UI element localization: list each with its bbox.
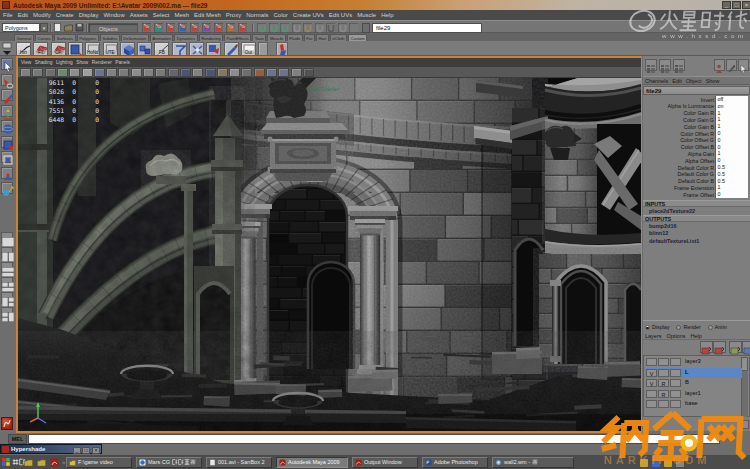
menu-set-selector[interactable]: Polygons: [2, 23, 40, 32]
vp-menu-lighting[interactable]: Lighting: [56, 60, 73, 65]
layer-row-base[interactable]: base: [645, 399, 742, 409]
vp-toolbar-icon[interactable]: [131, 68, 142, 77]
vp-menu-view[interactable]: View: [21, 60, 31, 65]
layer-action-icon[interactable]: [742, 341, 750, 353]
layer-row-L[interactable]: VL: [645, 368, 742, 378]
menu-set-arrow[interactable]: ▾: [40, 23, 48, 32]
layer-color-cell[interactable]: [670, 369, 681, 377]
menu-proxy[interactable]: Proxy: [226, 12, 241, 18]
layer-visibility-cell[interactable]: V: [646, 369, 657, 377]
vp-toolbar-icon[interactable]: [82, 68, 93, 77]
shelf-tab-muscle[interactable]: Muscle: [267, 34, 285, 41]
snap-icon[interactable]: [326, 23, 335, 33]
selection-mask-icon[interactable]: [142, 23, 151, 33]
mel-input[interactable]: [28, 434, 720, 444]
task-button[interactable]: Mars CG: [136, 457, 202, 468]
layer-action-icon[interactable]: [700, 341, 713, 353]
shelf-button-item9[interactable]: [172, 42, 187, 56]
attribute-value[interactable]: 1: [715, 184, 748, 191]
selection-mask-icon[interactable]: [166, 23, 175, 33]
tray-icon[interactable]: [652, 459, 660, 467]
node-name[interactable]: file29: [643, 86, 750, 95]
shelf-button-item11[interactable]: [206, 42, 221, 56]
snap-icon[interactable]: [269, 23, 278, 33]
shelf-button-FB[interactable]: FB: [154, 42, 169, 56]
vp-toolbar-icon[interactable]: [143, 68, 154, 77]
quicklaunch-folder-icon[interactable]: [37, 458, 46, 467]
snap-icon[interactable]: [280, 23, 289, 33]
panel-resize-handle[interactable]: [741, 420, 749, 429]
menu-muscle[interactable]: Muscle: [357, 12, 376, 18]
pencil-icon[interactable]: [726, 59, 737, 71]
menu-select[interactable]: Select: [153, 12, 170, 18]
layer-scroll-thumb[interactable]: [741, 357, 748, 371]
layer-menu-options[interactable]: Options: [667, 333, 686, 339]
vp-toolbar-icon[interactable]: [94, 68, 105, 77]
shelf-tab-curves[interactable]: Curves: [35, 34, 53, 41]
hypershade-minimize[interactable]: _: [73, 447, 81, 454]
vp-menu-renderer[interactable]: Renderer: [92, 60, 112, 65]
vp-toolbar-icon[interactable]: [278, 68, 289, 77]
vp-toolbar-icon[interactable]: [45, 68, 56, 77]
selection-mask-icon[interactable]: [238, 23, 247, 33]
layer-row-layer3[interactable]: layer3: [645, 357, 742, 367]
menu-create-uvs[interactable]: Create UVs: [293, 12, 324, 18]
layout-button[interactable]: [1, 292, 13, 304]
output-node[interactable]: defaultTextureList1: [643, 238, 750, 245]
shelf-tab-dynamics[interactable]: Dynamics: [174, 34, 197, 41]
layout-button[interactable]: [1, 277, 13, 289]
radio-render[interactable]: Render: [676, 323, 700, 331]
menu-mesh[interactable]: Mesh: [174, 12, 189, 18]
cb-menu-edit[interactable]: Edit: [672, 78, 681, 84]
attribute-value[interactable]: 0: [715, 137, 748, 144]
maya-icon[interactable]: [1, 417, 13, 430]
shelf-tab-general[interactable]: General: [14, 34, 34, 41]
vp-toolbar-icon[interactable]: [192, 68, 203, 77]
windows-start-icon[interactable]: [2, 458, 10, 466]
attribute-value[interactable]: 0.5: [715, 178, 748, 185]
layer-playback-cell[interactable]: R: [658, 379, 669, 387]
menu-display[interactable]: Display: [79, 12, 99, 18]
menu-assets[interactable]: Assets: [130, 12, 148, 18]
close-button[interactable]: ×: [742, 1, 750, 9]
vp-toolbar-icon[interactable]: [303, 68, 314, 77]
save-scene-icon[interactable]: [75, 23, 84, 33]
layout-button[interactable]: [1, 262, 13, 274]
person-icon[interactable]: [714, 59, 725, 71]
paint-select-icon[interactable]: [1, 89, 13, 101]
vp-toolbar-icon[interactable]: [118, 68, 129, 77]
vp-toolbar-icon[interactable]: [229, 68, 240, 77]
menu-window[interactable]: Window: [103, 12, 124, 18]
hypershade-close[interactable]: ×: [92, 447, 100, 454]
menu-create[interactable]: Create: [56, 12, 74, 18]
selection-mask-icon[interactable]: [214, 23, 223, 33]
shelf-tab-surfaces[interactable]: Surfaces: [54, 34, 76, 41]
attribute-value[interactable]: 0: [715, 144, 748, 151]
attribute-value[interactable]: 0: [715, 130, 748, 137]
output-node[interactable]: bump2d16: [643, 223, 750, 230]
layer-visibility-cell[interactable]: V: [646, 379, 657, 387]
layer-action-icon[interactable]: [729, 341, 742, 353]
cursor-icon[interactable]: [738, 59, 749, 71]
shelf-tab-deformation[interactable]: Deformation: [121, 34, 149, 41]
move-tool-icon[interactable]: [1, 105, 13, 117]
tray-icon[interactable]: [676, 459, 684, 467]
vp-toolbar-icon[interactable]: [32, 68, 43, 77]
snap-icon[interactable]: [315, 23, 324, 33]
vp-toolbar-icon[interactable]: [106, 68, 117, 77]
selection-mask-icon[interactable]: [226, 23, 235, 33]
tray-icon[interactable]: [664, 459, 672, 467]
vp-toolbar-icon[interactable]: [291, 68, 302, 77]
vp-toolbar-icon[interactable]: [217, 68, 228, 77]
cb-menu-show[interactable]: Show: [706, 78, 720, 84]
shelf-tab-rendering[interactable]: Rendering: [199, 34, 223, 41]
shelf-button-item7[interactable]: [137, 42, 152, 56]
vp-toolbar-icon[interactable]: [168, 68, 179, 77]
minimize-button[interactable]: _: [722, 1, 731, 9]
layer-row-B[interactable]: VRB: [645, 378, 742, 388]
mel-label[interactable]: MEL: [8, 434, 27, 444]
snap-icon[interactable]: [257, 23, 266, 33]
layer-playback-cell[interactable]: [658, 400, 669, 408]
task-button[interactable]: Output Window: [352, 457, 418, 468]
layout-button[interactable]: [1, 247, 13, 259]
